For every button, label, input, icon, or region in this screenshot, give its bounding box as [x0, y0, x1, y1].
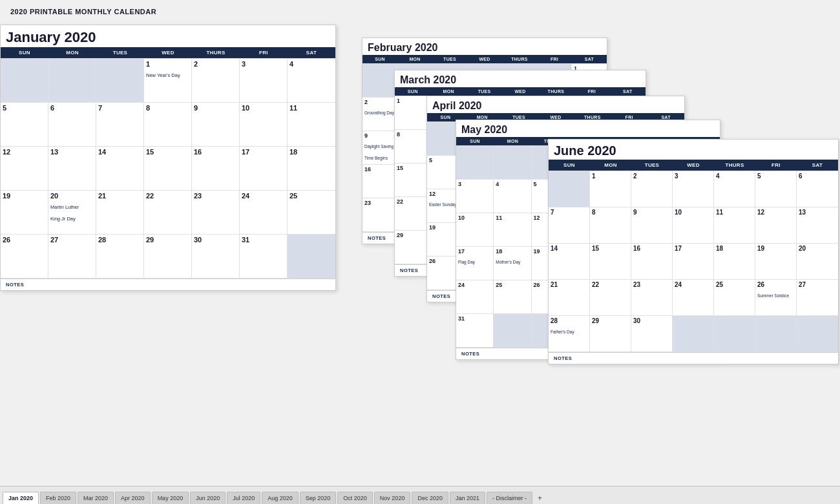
table-row: 24	[673, 280, 714, 316]
tab-aug-2020[interactable]: Aug 2020	[262, 492, 299, 504]
table-row: 3	[673, 171, 714, 207]
table-row: 19	[755, 244, 797, 280]
header-sat: SAT	[288, 47, 335, 58]
table-row: 8	[144, 103, 192, 147]
table-row: 4	[714, 171, 755, 207]
table-row: 2	[192, 59, 240, 103]
tab-dec-2020[interactable]: Dec 2020	[412, 492, 448, 504]
table-row: 13	[48, 147, 96, 191]
table-row: 2Groundhog Day	[362, 98, 397, 131]
tab-feb-2020[interactable]: Feb 2020	[40, 492, 76, 504]
table-row: 17Flag Day	[456, 247, 494, 280]
header-wed: WED	[144, 47, 192, 58]
table-row: 11	[288, 103, 335, 147]
table-row: 22	[144, 191, 192, 235]
table-row	[456, 146, 494, 180]
table-row: 14	[549, 244, 590, 280]
table-row: 19	[1, 191, 48, 235]
table-row: 15	[395, 163, 430, 197]
tab-add-button[interactable]: +	[534, 492, 546, 504]
table-row: 30	[192, 235, 240, 278]
table-row: 27	[48, 235, 96, 278]
table-row: 3	[240, 59, 288, 103]
table-row: 18	[714, 244, 755, 280]
table-row: 3	[456, 180, 494, 213]
table-row: 21	[549, 280, 590, 316]
table-row: 12	[1, 147, 48, 191]
table-row: 6	[48, 103, 96, 147]
table-row: 16	[362, 165, 397, 198]
march-header: SUN MON TUES WED THURS FRI SAT	[395, 87, 646, 96]
table-row: 10	[456, 213, 494, 247]
header-mon: MON	[48, 47, 96, 58]
tab-mar-2020[interactable]: Mar 2020	[78, 492, 114, 504]
table-row	[96, 59, 144, 103]
table-row	[755, 316, 797, 352]
table-row: 11	[714, 207, 755, 244]
table-row: 1	[395, 96, 430, 130]
tab-disclaimer[interactable]: - Disclaimer -	[487, 492, 532, 504]
tab-apr-2020[interactable]: Apr 2020	[115, 492, 151, 504]
table-row	[494, 146, 531, 180]
may-title: May 2020	[456, 120, 720, 137]
table-row: 11	[494, 213, 531, 247]
table-row	[362, 64, 397, 98]
tab-jan-2020[interactable]: Jan 2020	[3, 492, 39, 504]
tab-oct-2020[interactable]: Oct 2020	[337, 492, 373, 504]
tab-jan-2021[interactable]: Jan 2021	[450, 492, 485, 504]
table-row: 1New Year's Day	[144, 59, 192, 103]
header-thurs: THURS	[192, 47, 240, 58]
june-title: June 2020	[549, 140, 838, 160]
january-calendar: January 2020 SUN MON TUES WED THURS FRI …	[0, 25, 336, 291]
table-row: 16	[631, 244, 673, 280]
table-row: 31	[240, 235, 288, 278]
table-row: 26Summer Solstice	[755, 280, 797, 316]
table-row: 23	[362, 198, 397, 232]
table-row: 28	[96, 235, 144, 278]
table-row: 12	[755, 207, 797, 244]
table-row: 7	[549, 207, 590, 244]
table-row: 17	[673, 244, 714, 280]
march-title: March 2020	[395, 70, 646, 87]
tab-nov-2020[interactable]: Nov 2020	[374, 492, 411, 504]
table-row: 9Daylight SavingTime Begins	[362, 131, 397, 165]
table-row: 1	[590, 171, 631, 207]
table-row: 22	[590, 280, 631, 316]
table-row: 29	[144, 235, 192, 278]
table-row: 15	[590, 244, 631, 280]
february-header: SUN MON TUES WED THURS FRI SAT	[362, 55, 607, 63]
table-row: 17	[240, 147, 288, 191]
table-row: 6	[797, 171, 838, 207]
table-row: 15	[144, 147, 192, 191]
table-row: 31	[456, 314, 494, 348]
table-row: 8	[590, 207, 631, 244]
table-row: 18	[288, 147, 335, 191]
table-row	[549, 171, 590, 207]
june-calendar: June 2020 SUN MON TUES WED THURS FRI SAT…	[548, 139, 839, 364]
april-title: April 2020	[427, 96, 684, 113]
table-row	[1, 59, 48, 103]
table-row: 27	[797, 280, 838, 316]
june-header: SUN MON TUES WED THURS FRI SAT	[549, 160, 838, 171]
table-row: 25	[288, 191, 335, 235]
tab-jun-2020[interactable]: Jun 2020	[190, 492, 226, 504]
table-row	[673, 316, 714, 352]
table-row: 9	[192, 103, 240, 147]
table-row: 25	[714, 280, 755, 316]
table-row	[494, 314, 531, 348]
table-row: 23	[631, 280, 673, 316]
table-row: 9	[631, 207, 673, 244]
table-row: 16	[192, 147, 240, 191]
tab-sep-2020[interactable]: Sep 2020	[300, 492, 337, 504]
table-row: 29	[395, 231, 430, 264]
table-row: 28Father's Day	[549, 316, 590, 352]
tab-jul-2020[interactable]: Jul 2020	[227, 492, 260, 504]
table-row: 4	[288, 59, 335, 103]
table-row: 30	[631, 316, 673, 352]
june-notes: NOTES	[549, 352, 838, 364]
main-area: 2020 PRINTABLE MONTHLY CALENDAR January …	[0, 0, 840, 478]
tab-may-2020[interactable]: May 2020	[152, 492, 189, 504]
june-grid: 1 2 3 4 5 6 7 8 9 10 11 12 13 14 15 16 1…	[549, 171, 838, 352]
table-row	[288, 235, 335, 278]
table-row: 7	[96, 103, 144, 147]
